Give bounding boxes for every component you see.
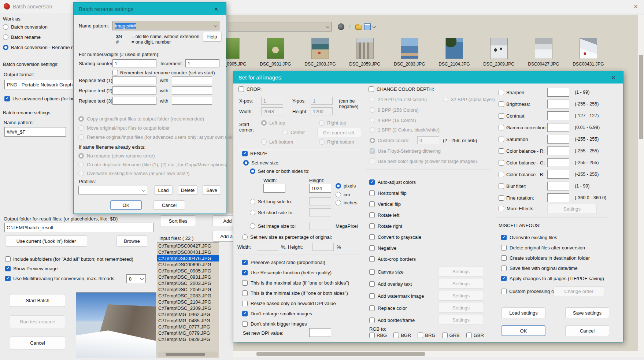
name-pattern-input[interactable] [4,127,66,137]
mode-batch-conversion[interactable]: Batch conversion [3,24,48,30]
vertical-scrollbar-thumb[interactable] [639,55,643,139]
radio-icon[interactable] [78,153,84,159]
browse-button[interactable]: Browse [116,235,147,246]
resize-checkbox-row[interactable]: RESIZE: [242,151,269,156]
radio-icon[interactable] [78,134,84,140]
radio-icon[interactable] [243,160,249,166]
rgb-option[interactable]: RBG [369,333,387,338]
sort-files-button[interactable]: Sort files [160,215,196,226]
dpi-input[interactable] [309,328,331,337]
batch-cancel-button[interactable]: Cancel [10,337,65,349]
thumbnails-view-icon[interactable] [364,23,371,30]
file-row[interactable]: C:\Temp\IMG_0485.JPG [157,318,219,324]
adjust-value-input[interactable] [547,158,569,167]
rd-cancel-button[interactable]: Cancel [153,200,185,210]
one-or-both-sides-radio-row[interactable]: Set one or both sides to: [250,168,310,174]
thumbnail-image[interactable] [311,38,329,59]
thumbnail-image[interactable] [401,38,418,59]
pct-height-input[interactable] [312,243,334,251]
file-row[interactable]: C:\Temp\DSC00690.JPG [157,261,219,268]
rd-save-button[interactable]: Save [203,185,221,195]
settings-button[interactable]: Settings [438,267,484,277]
resize-option-row[interactable]: Preserve aspect ratio (proportional) [242,257,349,267]
thumbnail[interactable]: DSC_2059.JPG [343,38,387,67]
file-row[interactable]: C:\Temp\DSC00427.JPG [157,243,219,249]
checkbox-icon[interactable] [466,333,472,338]
radio-icon[interactable] [250,223,255,229]
operation-settings-row[interactable]: Add watermark image Settings [369,290,490,302]
exists-option[interactable]: Overwrite existing file names (at your o… [78,169,227,178]
checkbox-icon[interactable] [4,96,10,101]
resize-width-input[interactable] [263,184,285,193]
unit-pixels[interactable]: pixels [336,183,356,189]
operation-row[interactable]: Rotate left [369,209,421,220]
replace-to-input[interactable] [172,97,212,105]
settings-button[interactable]: Settings [438,291,484,301]
adjust-value-input[interactable] [547,146,569,155]
image-size-input[interactable] [309,222,331,230]
thumbnail[interactable]: DSC_2083.JPG [387,38,432,67]
depth-custom[interactable]: Custom colors: [370,138,410,143]
set-ok-button[interactable]: OK [501,325,545,336]
operation-row[interactable]: Vertical flip [369,198,421,209]
adjust-row[interactable]: Saturation (-255 - 255) [499,133,619,145]
misc-option-row[interactable]: Save files with original date/time [501,263,604,273]
checkbox-icon[interactable] [369,201,375,207]
destination-option[interactable]: Rename original/input files (for advance… [78,133,238,142]
long-side-radio-row[interactable]: Set long side to: [250,199,292,204]
adjust-row[interactable]: Blur filter: (1 - 99) [499,180,619,192]
radio-icon[interactable] [3,24,8,30]
resize-option-row[interactable]: Resize based only on new/old DPI value [242,298,349,308]
radio-icon[interactable] [336,183,341,189]
output-folder-input[interactable] [4,223,154,232]
checkbox-icon[interactable] [242,311,248,316]
replace-from-input[interactable] [112,76,156,84]
floyd-steinberg-row[interactable]: Use Floyd-Steinberg dithering [370,148,441,154]
show-preview-row[interactable]: Show Preview image [5,266,58,271]
thumbnail[interactable]: DSC_2309.JPG [477,38,521,67]
pct-width-input[interactable] [257,243,278,251]
radio-icon[interactable] [443,97,448,102]
checkbox-icon[interactable] [501,245,507,250]
checkbox-icon[interactable] [369,318,375,323]
thumbnail[interactable]: DSC_0931.JPG [253,38,298,67]
thumbnail-image[interactable] [267,38,284,59]
file-row[interactable]: C:\Temp\DSC_2309.JPG [157,305,219,311]
radio-icon[interactable] [250,168,255,174]
thumbnail[interactable]: DSC_2104.JPG [432,38,477,67]
set-new-size-radio-row[interactable]: Set new size: [243,160,280,166]
adjust-row[interactable]: Color balance - G: (-255 - 255) [499,157,619,168]
set-dialog-close-button[interactable]: × [608,74,618,81]
exists-option[interactable]: Create duplicate filename (like (1), (2)… [78,160,227,169]
save-settings-button[interactable]: Save settings [565,307,609,318]
radio-icon[interactable] [370,118,375,123]
file-filter-combo[interactable] [228,22,332,31]
operation-row[interactable]: Convert to grayscale [369,231,421,242]
checkbox-icon[interactable] [242,290,248,296]
crop-height-input[interactable] [311,107,333,115]
radio-icon[interactable] [261,120,267,126]
checkbox-icon[interactable] [5,256,11,262]
filelist-scrollbar-thumb[interactable] [166,353,205,356]
corner-center[interactable]: Center [282,130,305,135]
adjust-value-input[interactable] [547,182,569,190]
resize-option-row[interactable]: This is the minimal size (if "one or bot… [242,288,349,298]
radio-icon[interactable] [370,107,375,113]
settings-button[interactable]: Settings [438,315,484,325]
checkbox-icon[interactable] [369,86,374,92]
file-row[interactable]: C:\Temp\DSC_0905.JPG [157,268,219,274]
radio-icon[interactable] [319,120,325,126]
replace-to-input[interactable] [172,86,212,94]
rename-dialog-titlebar[interactable]: Batch rename settings × [74,3,226,15]
file-row[interactable]: C:\Temp\DSC_2083.JPG [157,293,219,299]
checkbox-icon[interactable] [499,125,504,130]
checkbox-icon[interactable] [369,190,375,196]
operation-settings-row[interactable]: Canvas size Settings [369,266,490,278]
file-row[interactable]: C:\Temp\DSC00431.JPG [157,249,219,255]
depth-4bpp[interactable]: 4 BPP (16 Colors) [370,118,416,123]
checkbox-icon[interactable] [501,235,507,240]
checkbox-icon[interactable] [242,260,248,265]
replace-to-input[interactable] [172,76,212,84]
checkbox-icon[interactable] [242,151,248,156]
radio-icon[interactable] [370,138,375,143]
